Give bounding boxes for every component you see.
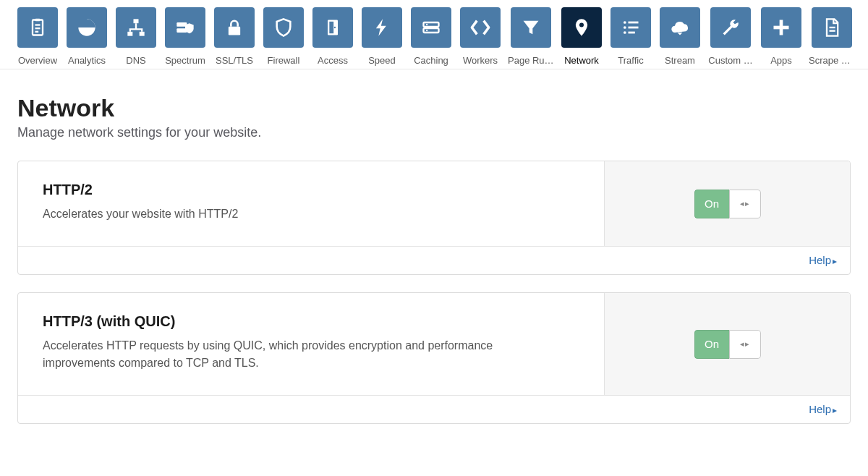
toggle-knob-icon: ◂▸	[729, 330, 761, 359]
card-title: HTTP/3 (with QUIC)	[43, 313, 579, 330]
nav-label: Access	[318, 55, 348, 66]
pie-icon	[67, 7, 107, 48]
nav-item-workers[interactable]: Workers	[460, 7, 501, 66]
chevron-right-icon: ▸	[833, 405, 837, 415]
svg-rect-1	[35, 19, 41, 22]
nav-label: Custom …	[708, 55, 752, 66]
toggle-knob-icon: ◂▸	[729, 190, 761, 218]
card-http2: HTTP/2 Accelerates your website with HTT…	[17, 161, 851, 275]
nav-label: Speed	[368, 55, 396, 66]
nav-item-traffic[interactable]: Traffic	[610, 7, 651, 66]
lock-icon	[214, 7, 255, 48]
nav-item-stream[interactable]: Stream	[660, 7, 700, 66]
nav-item-speed[interactable]: Speed	[362, 7, 402, 66]
svg-rect-23	[629, 27, 639, 29]
svg-point-13	[334, 27, 336, 28]
brackets-icon	[460, 7, 501, 48]
nav-label: Apps	[770, 55, 792, 66]
nav-label: Workers	[463, 55, 498, 66]
nav-label: Traffic	[618, 55, 643, 66]
svg-point-20	[624, 26, 626, 29]
svg-rect-10	[229, 27, 240, 35]
nav-item-ssl[interactable]: SSL/TLS	[214, 7, 255, 66]
nav-label: Overview	[18, 55, 57, 66]
page-subtitle: Manage network settings for your website…	[17, 125, 851, 140]
card-http3: HTTP/3 (with QUIC) Accelerates HTTP requ…	[17, 292, 851, 424]
nav-label: Page Rules	[508, 55, 554, 66]
door-icon	[312, 7, 353, 48]
nav-item-apps[interactable]: Apps	[761, 7, 801, 66]
sitemap-icon	[116, 7, 156, 48]
svg-point-16	[426, 24, 427, 25]
bolt-icon	[362, 7, 402, 48]
nav-label: Scrape S…	[809, 55, 855, 66]
svg-rect-7	[140, 32, 145, 36]
toggle-on-label: On	[694, 190, 729, 218]
nav-item-analytics[interactable]: Analytics	[67, 7, 107, 66]
card-side: On ◂▸	[604, 293, 850, 395]
nav-label: DNS	[126, 55, 145, 66]
svg-point-19	[624, 21, 626, 24]
toggle-on-label: On	[694, 330, 729, 359]
page-body: Network Manage network settings for your…	[0, 69, 868, 459]
nav-label: Network	[564, 55, 599, 66]
cloud-icon	[660, 7, 700, 48]
svg-rect-5	[134, 19, 139, 23]
clipboard-icon	[17, 7, 58, 48]
card-title: HTTP/2	[43, 182, 579, 198]
svg-rect-12	[329, 22, 333, 33]
plus-icon	[761, 7, 801, 48]
nav-item-caching[interactable]: Caching	[411, 7, 451, 66]
funnel-icon	[511, 7, 551, 48]
help-label: Help	[809, 403, 831, 415]
nav-item-dns[interactable]: DNS	[116, 7, 156, 66]
nav-label: Caching	[414, 55, 448, 66]
top-nav: OverviewAnalyticsDNSSpectrumSSL/TLSFirew…	[0, 0, 868, 69]
nav-item-pagerules[interactable]: Page Rules	[509, 7, 553, 66]
nav-item-network[interactable]: Network	[561, 7, 602, 66]
page-title: Network	[17, 94, 851, 122]
list-icon	[610, 7, 651, 48]
nav-item-access[interactable]: Access	[312, 7, 353, 66]
card-desc: Accelerates HTTP requests by using QUIC,…	[43, 337, 506, 372]
svg-point-18	[579, 22, 584, 27]
nav-item-overview[interactable]: Overview	[17, 7, 58, 66]
chevron-right-icon: ▸	[833, 256, 837, 266]
svg-rect-14	[424, 22, 439, 27]
nav-label: SSL/TLS	[216, 55, 253, 66]
help-label: Help	[809, 254, 831, 266]
svg-rect-22	[629, 22, 639, 24]
svg-rect-26	[774, 26, 789, 30]
doc-icon	[812, 7, 852, 48]
toggle-http3[interactable]: On ◂▸	[694, 330, 761, 359]
wrench-icon	[710, 7, 751, 48]
nav-label: Analytics	[68, 55, 106, 66]
svg-rect-6	[127, 32, 132, 36]
card-desc: Accelerates your website with HTTP/2	[43, 205, 506, 223]
pin-icon	[561, 7, 602, 48]
card-side: On ◂▸	[604, 161, 850, 246]
shield-icon	[263, 7, 304, 48]
drive-icon	[411, 7, 451, 48]
nav-label: Firewall	[268, 55, 300, 66]
help-link[interactable]: Help▸	[809, 254, 837, 266]
nav-label: Spectrum	[165, 55, 205, 66]
nav-item-custom[interactable]: Custom …	[709, 7, 752, 66]
nav-item-scrape[interactable]: Scrape S…	[810, 7, 854, 66]
svg-point-17	[426, 30, 427, 31]
help-link[interactable]: Help▸	[809, 403, 837, 415]
toggle-http2[interactable]: On ◂▸	[694, 190, 761, 218]
nav-label: Stream	[665, 55, 695, 66]
server-shield-icon	[165, 7, 205, 48]
svg-rect-24	[629, 32, 635, 34]
nav-item-spectrum[interactable]: Spectrum	[165, 7, 205, 66]
nav-item-firewall[interactable]: Firewall	[263, 7, 304, 66]
svg-rect-15	[424, 28, 439, 33]
svg-point-21	[624, 31, 626, 34]
